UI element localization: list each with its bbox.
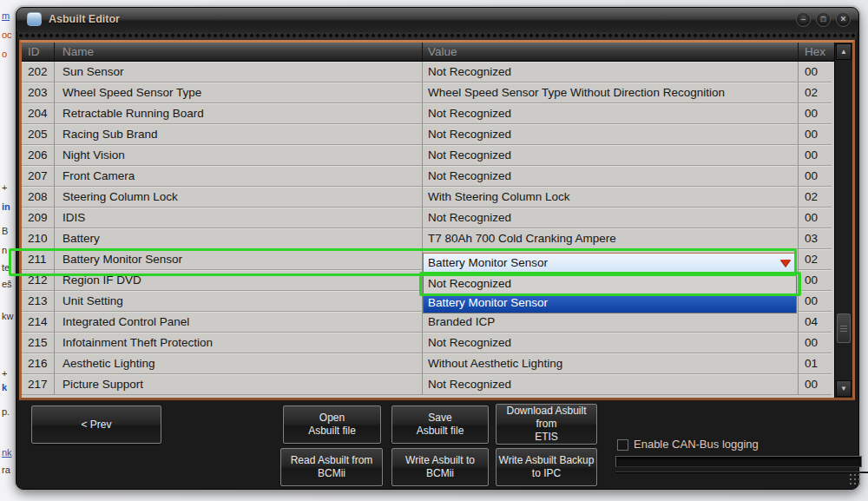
cell-name: Wheel Speed Sensor Type xyxy=(55,82,423,103)
cell-hex: 00 xyxy=(799,124,832,145)
close-icon[interactable]: ✕ xyxy=(836,12,851,27)
cell-id: 213 xyxy=(22,291,55,312)
cell-name: Infotainment Theft Protection xyxy=(55,333,423,353)
cell-id: 209 xyxy=(22,208,55,228)
scroll-down-icon[interactable]: ▼ xyxy=(836,380,852,397)
header-name[interactable]: Name xyxy=(55,43,423,61)
panel-divider xyxy=(615,471,868,472)
scroll-up-icon[interactable]: ▲ xyxy=(836,43,852,60)
open-asbuilt-button[interactable]: Open Asbuilt file xyxy=(283,405,381,444)
table-row[interactable]: 214Integrated Control PanelBranded ICP04 xyxy=(22,312,834,333)
cell-value[interactable]: Not Recognized xyxy=(423,124,799,145)
dropdown-item[interactable]: Not Recognized xyxy=(424,274,796,293)
cell-hex: 00 xyxy=(799,333,832,353)
background-text-fragment: k xyxy=(2,382,7,392)
background-text-fragment: B xyxy=(2,226,8,236)
progress-bar xyxy=(615,456,862,467)
table-row[interactable]: 215Infotainment Theft ProtectionNot Reco… xyxy=(22,333,834,353)
cell-id: 202 xyxy=(22,62,55,82)
background-text-fragment: p. xyxy=(2,406,10,417)
cell-hex: 00 xyxy=(799,62,832,82)
cell-hex: 00 xyxy=(799,374,832,395)
background-text-fragment: kw xyxy=(2,311,13,321)
titlebar-texture xyxy=(18,32,857,40)
dropdown-item-selected[interactable]: Battery Monitor Sensor xyxy=(424,293,796,313)
scrollbar-thumb[interactable] xyxy=(837,313,851,343)
can-bus-logging-checkbox[interactable] xyxy=(617,439,628,451)
cell-value[interactable]: Not Recognized xyxy=(423,374,799,395)
combo-value-text: Battery Monitor Sensor xyxy=(428,256,548,269)
background-text-fragment: n xyxy=(2,245,7,255)
table-row[interactable]: 208Steering Column LockWith Steering Col… xyxy=(22,187,834,208)
cell-name: Battery Monitor Sensor xyxy=(55,249,423,270)
cell-name: Picture Support xyxy=(55,374,423,395)
table-row[interactable]: 205Racing Sub BrandNot Recognized00 xyxy=(22,124,834,145)
cell-id: 214 xyxy=(22,312,55,333)
resize-grip[interactable] xyxy=(848,474,862,486)
cell-name: Aesthetic Lighting xyxy=(55,353,423,374)
combo-dropdown-arrow-icon[interactable] xyxy=(780,260,791,267)
table-row[interactable]: 206Night VisionNot Recognized00 xyxy=(22,145,834,166)
cell-id: 217 xyxy=(22,374,55,395)
background-text-fragment: m xyxy=(2,10,10,21)
table-row[interactable]: 210BatteryT7 80Ah 700 Cold Cranking Ampe… xyxy=(22,228,834,249)
header-value[interactable]: Value xyxy=(423,43,799,61)
read-bcmii-button[interactable]: Read Asbuilt from BCMii xyxy=(280,448,383,486)
cell-value[interactable]: Not Recognized xyxy=(423,333,799,353)
vertical-scrollbar[interactable]: ▲ ▼ xyxy=(834,43,852,398)
cell-hex: 00 xyxy=(799,291,832,312)
cell-value[interactable]: Wheel Speed Sensor Type Without Directio… xyxy=(423,82,799,103)
cell-id: 216 xyxy=(22,353,55,374)
cell-hex: 00 xyxy=(799,103,832,124)
table-row[interactable]: 217Picture SupportNot Recognized00 xyxy=(22,374,834,395)
cell-name: IDIS xyxy=(55,208,423,228)
table-row[interactable]: 202Sun SensorNot Recognized00 xyxy=(22,62,834,82)
table-row[interactable]: 207Front CameraNot Recognized00 xyxy=(22,166,834,187)
cell-value[interactable]: Not Recognized xyxy=(423,145,799,166)
asbuilt-table: ID Name Value Hex 202Sun SensorNot Recog… xyxy=(22,43,834,398)
cell-hex: 02 xyxy=(799,187,832,208)
cell-name: Sun Sensor xyxy=(55,62,423,82)
table-row[interactable]: 209IDISNot Recognized00 xyxy=(22,208,834,228)
header-hex[interactable]: Hex xyxy=(799,43,832,61)
write-ipc-backup-button[interactable]: Write Asbuilt Backup to IPC xyxy=(496,448,597,486)
app-icon xyxy=(27,12,42,26)
maximize-icon[interactable]: □ xyxy=(816,12,831,27)
header-id[interactable]: ID xyxy=(22,43,55,61)
cell-hex: 00 xyxy=(799,145,832,166)
cell-value[interactable]: Not Recognized xyxy=(423,166,799,187)
cell-id: 208 xyxy=(22,187,55,208)
save-asbuilt-button[interactable]: Save Asbuilt file xyxy=(391,405,489,444)
value-combo-box[interactable]: Battery Monitor Sensor xyxy=(423,253,797,273)
table-row[interactable]: 204Retractable Running BoardNot Recogniz… xyxy=(22,103,834,124)
table-row[interactable]: 203Wheel Speed Sensor TypeWheel Speed Se… xyxy=(22,82,834,103)
cell-hex: 01 xyxy=(799,353,832,374)
cell-hex: 02 xyxy=(799,82,832,103)
asbuilt-table-frame: ID Name Value Hex 202Sun SensorNot Recog… xyxy=(19,40,855,400)
background-text-fragment: + xyxy=(2,182,7,193)
table-row[interactable]: 216Aesthetic LightingWithout Aesthetic L… xyxy=(22,353,834,374)
cell-name: Battery xyxy=(55,228,423,249)
cell-value[interactable]: Without Aesthetic Lighting xyxy=(423,353,799,374)
download-etis-button[interactable]: Download Asbuilt from ETIS xyxy=(496,404,597,445)
minimize-icon[interactable]: – xyxy=(796,12,811,27)
background-webpage-sliver: moco+inBnteeškw+kp.nkra xyxy=(0,0,16,501)
cell-value[interactable]: Not Recognized xyxy=(423,62,799,82)
can-bus-logging-label: Enable CAN-Bus logging xyxy=(634,438,759,451)
cell-id: 204 xyxy=(22,103,55,124)
table-header: ID Name Value Hex xyxy=(22,43,834,62)
write-bcmii-button[interactable]: Write Asbuilt to BCMii xyxy=(391,448,489,486)
cell-id: 207 xyxy=(22,166,55,187)
cell-value[interactable]: Branded ICP xyxy=(423,312,799,333)
cell-name: Front Camera xyxy=(55,166,423,187)
cell-value[interactable]: T7 80Ah 700 Cold Cranking Ampere xyxy=(423,228,799,249)
cell-hex: 04 xyxy=(799,312,832,333)
cell-value[interactable]: Not Recognized xyxy=(423,103,799,124)
cell-value[interactable]: Not Recognized xyxy=(423,208,799,228)
cell-id: 205 xyxy=(22,124,55,145)
prev-button[interactable]: < Prev xyxy=(31,405,161,444)
table-body: 202Sun SensorNot Recognized00203Wheel Sp… xyxy=(22,62,834,395)
window-controls: – □ ✕ xyxy=(796,12,851,27)
cell-value[interactable]: With Steering Column Lock xyxy=(423,187,799,208)
cell-id: 206 xyxy=(22,145,55,166)
